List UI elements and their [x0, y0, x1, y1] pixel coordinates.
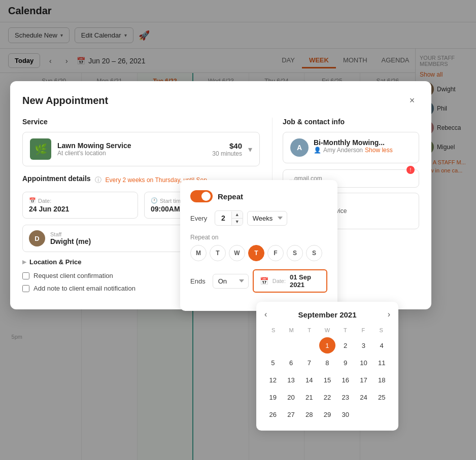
warning-icon: !: [406, 166, 415, 174]
request-confirmation-label: Request client confirmation: [33, 272, 113, 279]
date-field[interactable]: 📅 Date: 24 Jun 2021: [22, 192, 138, 219]
number-spinner: 2 ▲ ▼: [215, 210, 243, 226]
close-modal-button[interactable]: ×: [405, 93, 419, 108]
cal-day-18[interactable]: 18: [373, 372, 390, 388]
day-pills-row: M T W T F S S: [190, 245, 327, 261]
modal-header: New Appointment ×: [22, 93, 419, 108]
cal-day-30[interactable]: 30: [337, 406, 354, 422]
cal-day-1[interactable]: 1: [319, 337, 335, 353]
appt-details-label: Appointment details: [22, 174, 91, 183]
cal-day-12[interactable]: 12: [265, 372, 281, 388]
ends-row: Ends On After Never 📅 Date: 01 Sep 2021: [190, 269, 327, 293]
cal-day-22[interactable]: 22: [319, 389, 335, 405]
cal-day-26[interactable]: 26: [265, 406, 281, 422]
dow-s1: S: [264, 325, 282, 335]
dow-m: M: [282, 325, 300, 335]
calendar-field-icon: 📅: [29, 197, 36, 204]
service-card[interactable]: 🌿 Lawn Mowing Service At client's locati…: [22, 132, 260, 166]
spin-up-button[interactable]: ▲: [232, 211, 243, 219]
cal-day-8[interactable]: 8: [319, 355, 335, 371]
service-thumbnail: 🌿: [30, 138, 51, 160]
cal-day-3[interactable]: 3: [355, 337, 371, 353]
day-pill-t2[interactable]: T: [248, 245, 264, 261]
location-arrow-icon: ▶: [22, 259, 26, 265]
day-pill-w[interactable]: W: [229, 245, 245, 261]
cal-day-15[interactable]: 15: [319, 372, 335, 388]
date-label: 📅 Date:: [29, 197, 131, 204]
day-pill-s2[interactable]: S: [306, 245, 322, 261]
service-section-label: Service: [22, 118, 260, 126]
client-name: Amy Anderson: [323, 147, 363, 154]
request-confirmation-checkbox[interactable]: [22, 272, 29, 279]
service-price: $40: [212, 141, 242, 150]
cal-next-button[interactable]: ›: [388, 310, 390, 319]
job-name: Bi-Monthly Mowing...: [314, 138, 393, 147]
info-icon: ⓘ: [95, 175, 101, 185]
calendar-picker: ‹ September 2021 › S M T W T F S 1 2 3 4…: [256, 302, 398, 431]
cal-day-21[interactable]: 21: [301, 389, 317, 405]
cal-prev-button[interactable]: ‹: [264, 310, 267, 319]
day-pill-f[interactable]: F: [267, 245, 284, 261]
repeat-on-label: Repeat on: [190, 234, 327, 241]
repeat-label: Repeat: [218, 192, 243, 201]
cal-day-5[interactable]: 5: [265, 355, 281, 371]
unit-select[interactable]: Weeks Days Months: [247, 211, 287, 226]
service-price-area: $40 30 minutes: [212, 141, 242, 157]
job-card: A Bi-Monthly Mowing... 👤 Amy Anderson Sh…: [283, 132, 419, 163]
repeat-panel: Repeat Every 2 ▲ ▼ Weeks Days Months Rep…: [180, 180, 337, 311]
staff-info: Staff Dwight (me): [50, 231, 91, 245]
ends-select[interactable]: On After Never: [213, 274, 249, 289]
repeat-toggle[interactable]: [190, 190, 213, 202]
service-name: Lawn Mowing Service: [57, 141, 206, 150]
cal-day-19[interactable]: 19: [265, 389, 281, 405]
staff-name-value: Dwight (me): [50, 237, 91, 245]
cal-days-grid: 1 2 3 4 5 6 7 8 9 10 11 12 13 14 15 16 1…: [264, 337, 390, 422]
cal-icon-orange: 📅: [260, 277, 268, 285]
cal-day-9[interactable]: 9: [337, 355, 354, 371]
toggle-slider: [190, 190, 213, 202]
add-note-checkbox[interactable]: [22, 285, 29, 292]
cal-day-28[interactable]: 28: [301, 406, 317, 422]
cal-day-10[interactable]: 10: [355, 355, 371, 371]
clock-icon: 🕐: [151, 197, 158, 204]
cal-day-14[interactable]: 14: [301, 372, 317, 388]
ends-date-input[interactable]: 📅 Date: 01 Sep 2021: [253, 269, 327, 293]
cal-day-24[interactable]: 24: [355, 389, 371, 405]
cal-day-11[interactable]: 11: [373, 355, 390, 371]
cal-day-13[interactable]: 13: [283, 372, 299, 388]
ends-date-value: 01 Sep 2021: [290, 273, 320, 289]
cal-day-25[interactable]: 25: [373, 389, 390, 405]
spinner-arrows: ▲ ▼: [231, 211, 243, 225]
job-avatar: A: [290, 138, 309, 157]
day-pill-m[interactable]: M: [190, 245, 207, 261]
cal-day-4[interactable]: 4: [373, 337, 390, 353]
cal-day-20[interactable]: 20: [283, 389, 299, 405]
job-info: Bi-Monthly Mowing... 👤 Amy Anderson Show…: [314, 138, 393, 154]
cal-day-2[interactable]: 2: [337, 337, 354, 353]
cal-month-label: September 2021: [298, 310, 356, 319]
cal-day-23[interactable]: 23: [337, 389, 354, 405]
day-pill-t1[interactable]: T: [210, 245, 226, 261]
repeat-header: Repeat: [190, 190, 327, 202]
cal-day-27[interactable]: 27: [283, 406, 299, 422]
spinner-value: 2: [215, 211, 231, 225]
dow-t: T: [300, 325, 318, 335]
client-icon: 👤: [314, 147, 321, 154]
cal-day-6[interactable]: 6: [283, 355, 299, 371]
modal-title: New Appointment: [22, 95, 108, 107]
show-less-button[interactable]: Show less: [365, 147, 393, 154]
job-client: 👤 Amy Anderson Show less: [314, 147, 393, 154]
dow-th: T: [336, 325, 354, 335]
cal-day-17[interactable]: 17: [355, 372, 371, 388]
cal-day-29[interactable]: 29: [319, 406, 335, 422]
dow-w: W: [318, 325, 336, 335]
service-info: Lawn Mowing Service At client's location: [57, 141, 206, 157]
cal-day-7[interactable]: 7: [301, 355, 317, 371]
staff-label: Staff: [50, 231, 91, 237]
date-label-inner: Date:: [273, 278, 286, 284]
calendar-nav: ‹ September 2021 ›: [264, 310, 390, 319]
day-pill-s1[interactable]: S: [287, 245, 303, 261]
cal-day-16[interactable]: 16: [337, 372, 354, 388]
every-label: Every: [190, 215, 211, 222]
spin-down-button[interactable]: ▼: [232, 219, 243, 225]
